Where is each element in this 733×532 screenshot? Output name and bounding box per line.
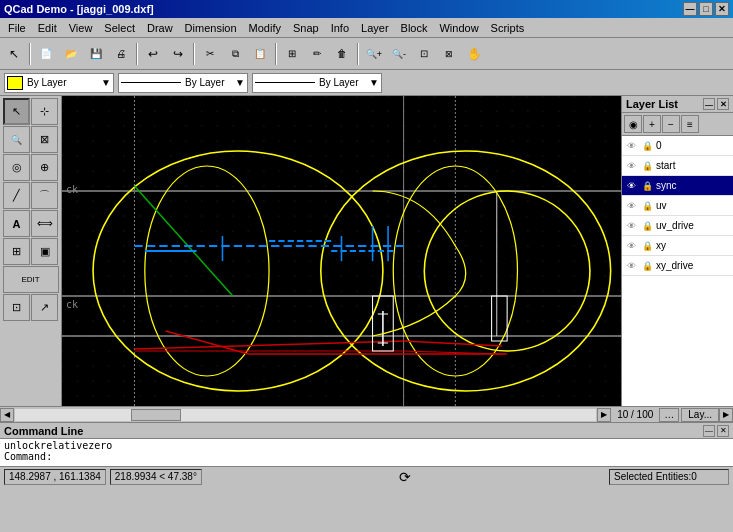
- close-button[interactable]: ✕: [715, 2, 729, 16]
- command-title: Command Line: [4, 425, 83, 437]
- toolbar-zoom-in[interactable]: 🔍+: [362, 42, 386, 66]
- menu-file[interactable]: File: [2, 20, 32, 36]
- tool-select-cross[interactable]: ⊹: [31, 98, 58, 125]
- color-selector[interactable]: By Layer ▼: [4, 73, 114, 93]
- toolbar-copy[interactable]: ⧉: [223, 42, 247, 66]
- menu-block[interactable]: Block: [395, 20, 434, 36]
- layer-eye-uv-drive: 👁: [624, 219, 638, 233]
- toolbar-pointer[interactable]: ↖: [2, 42, 26, 66]
- tool-attrib[interactable]: ⊡: [3, 294, 30, 321]
- toolbar-cut[interactable]: ✂: [198, 42, 222, 66]
- menu-draw[interactable]: Draw: [141, 20, 179, 36]
- toolbar-undo[interactable]: ↩: [141, 42, 165, 66]
- scroll-track[interactable]: [15, 409, 596, 421]
- layer-list-header: Layer List — ✕: [622, 96, 733, 113]
- layer-list-title: Layer List: [626, 98, 678, 110]
- layer-eye-xy: 👁: [624, 239, 638, 253]
- lay-btn[interactable]: Lay...: [681, 408, 719, 422]
- layer-list-close[interactable]: ✕: [717, 98, 729, 110]
- canvas-area[interactable]: ck ck: [62, 96, 621, 406]
- command-minimize-btn[interactable]: —: [703, 425, 715, 437]
- layer-eye-start: 👁: [624, 159, 638, 173]
- minimize-button[interactable]: —: [683, 2, 697, 16]
- toolbar-open[interactable]: 📂: [59, 42, 83, 66]
- scroll-panel-right[interactable]: ▶: [719, 408, 733, 422]
- tool-zoom-in[interactable]: 🔍: [3, 126, 30, 153]
- menu-dimension[interactable]: Dimension: [179, 20, 243, 36]
- command-area: Command Line — ✕ unlockrelativezero Comm…: [0, 422, 733, 466]
- drawing-canvas: [62, 96, 621, 406]
- tool-measure[interactable]: ⟺: [31, 210, 58, 237]
- layer-row-sync[interactable]: 👁 🔒 sync: [622, 176, 733, 196]
- menu-view[interactable]: View: [63, 20, 99, 36]
- lineweight-selector[interactable]: By Layer ▼: [252, 73, 382, 93]
- layer-btn-visibility[interactable]: ◉: [624, 115, 642, 133]
- toolbar-grid[interactable]: ⊞: [280, 42, 304, 66]
- canvas-label-ck1: ck: [66, 184, 78, 195]
- menu-window[interactable]: Window: [433, 20, 484, 36]
- tool-arc[interactable]: ⌒: [31, 182, 58, 209]
- scroll-right-btn[interactable]: ▶: [597, 408, 611, 422]
- color-label: By Layer: [27, 77, 66, 88]
- layer-btn-add[interactable]: +: [643, 115, 661, 133]
- tool-edit-label[interactable]: EDIT: [3, 266, 59, 293]
- linetype-selector[interactable]: By Layer ▼: [118, 73, 248, 93]
- scroll-left-btn[interactable]: ◀: [0, 408, 14, 422]
- tool-snap[interactable]: ◎: [3, 154, 30, 181]
- menu-layer[interactable]: Layer: [355, 20, 395, 36]
- layer-name-xy-drive: xy_drive: [656, 260, 731, 271]
- menu-snap[interactable]: Snap: [287, 20, 325, 36]
- toolbar-pan[interactable]: ✋: [462, 42, 486, 66]
- layer-row-xy-drive[interactable]: 👁 🔒 xy_drive: [622, 256, 733, 276]
- tool-block[interactable]: ▣: [31, 238, 58, 265]
- layer-list-minimize[interactable]: —: [703, 98, 715, 110]
- toolbar-new[interactable]: 📄: [34, 42, 58, 66]
- title-controls: — □ ✕: [683, 2, 729, 16]
- tool-text[interactable]: A: [3, 210, 30, 237]
- layer-row-0[interactable]: 👁 🔒 0: [622, 136, 733, 156]
- command-line-2[interactable]: Command:: [4, 451, 729, 462]
- sep4: [275, 43, 277, 65]
- sep1: [29, 43, 31, 65]
- tool-hatch[interactable]: ⊞: [3, 238, 30, 265]
- tool-zoom-window[interactable]: ⊠: [31, 126, 58, 153]
- layer-btn-remove[interactable]: −: [662, 115, 680, 133]
- command-close-btn[interactable]: ✕: [717, 425, 729, 437]
- menu-select[interactable]: Select: [98, 20, 141, 36]
- tool-line[interactable]: ╱: [3, 182, 30, 209]
- layer-row-uv-drive[interactable]: 👁 🔒 uv_drive: [622, 216, 733, 236]
- layer-row-uv[interactable]: 👁 🔒 uv: [622, 196, 733, 216]
- linetype-label: By Layer: [185, 77, 224, 88]
- layer-row-xy[interactable]: 👁 🔒 xy: [622, 236, 733, 256]
- toolbar-print[interactable]: 🖨: [109, 42, 133, 66]
- scroll-thumb[interactable]: [131, 409, 181, 421]
- toolbar-paste[interactable]: 📋: [248, 42, 272, 66]
- toolbar-edit[interactable]: ✏: [305, 42, 329, 66]
- maximize-button[interactable]: □: [699, 2, 713, 16]
- coordinates-text: 148.2987 , 161.1384: [9, 471, 101, 482]
- layer-name-sync: sync: [656, 180, 731, 191]
- menu-scripts[interactable]: Scripts: [485, 20, 531, 36]
- toolbar-zoom-window[interactable]: ⊠: [437, 42, 461, 66]
- dots-btn[interactable]: …: [659, 408, 679, 422]
- toolbar-zoom-fit[interactable]: ⊡: [412, 42, 436, 66]
- tool-select-arrow[interactable]: ↖: [3, 98, 30, 125]
- toolbar-zoom-out[interactable]: 🔍-: [387, 42, 411, 66]
- page-info: 10 / 100: [611, 409, 659, 420]
- menu-modify[interactable]: Modify: [243, 20, 287, 36]
- layer-row-start[interactable]: 👁 🔒 start: [622, 156, 733, 176]
- layer-btn-menu[interactable]: ≡: [681, 115, 699, 133]
- tool-row-4: ╱ ⌒: [3, 182, 58, 209]
- command-line-1: unlockrelativezero: [4, 440, 729, 451]
- toolbar-redo[interactable]: ↪: [166, 42, 190, 66]
- tool-snap2[interactable]: ⊕: [31, 154, 58, 181]
- toolbar-save[interactable]: 💾: [84, 42, 108, 66]
- toolbar: ↖ 📄 📂 💾 🖨 ↩ ↪ ✂ ⧉ 📋 ⊞ ✏ 🗑 🔍+ 🔍- ⊡ ⊠ ✋: [0, 38, 733, 70]
- toolbar-delete[interactable]: 🗑: [330, 42, 354, 66]
- left-toolbar: ↖ ⊹ 🔍 ⊠ ◎ ⊕ ╱ ⌒ A ⟺ ⊞ ▣ EDIT ⊡ ↗: [0, 96, 62, 406]
- menu-info[interactable]: Info: [325, 20, 355, 36]
- h-scrollbar: ◀ ▶ 10 / 100 … Lay... ▶: [0, 406, 733, 422]
- menu-edit[interactable]: Edit: [32, 20, 63, 36]
- tool-select-mode[interactable]: ↗: [31, 294, 58, 321]
- tool-row-2: 🔍 ⊠: [3, 126, 58, 153]
